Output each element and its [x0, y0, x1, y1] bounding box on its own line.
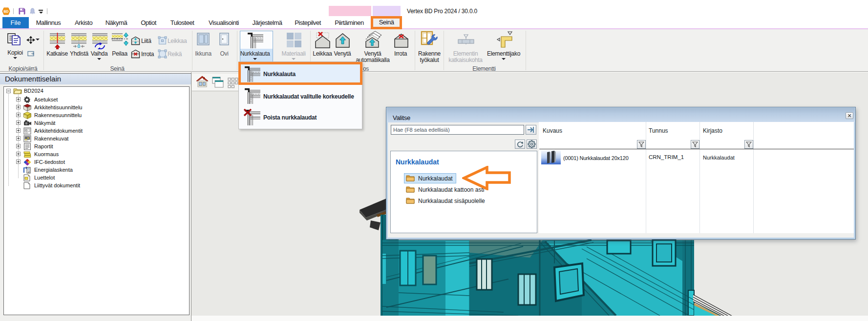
- svg-text:BD: BD: [3, 10, 8, 13]
